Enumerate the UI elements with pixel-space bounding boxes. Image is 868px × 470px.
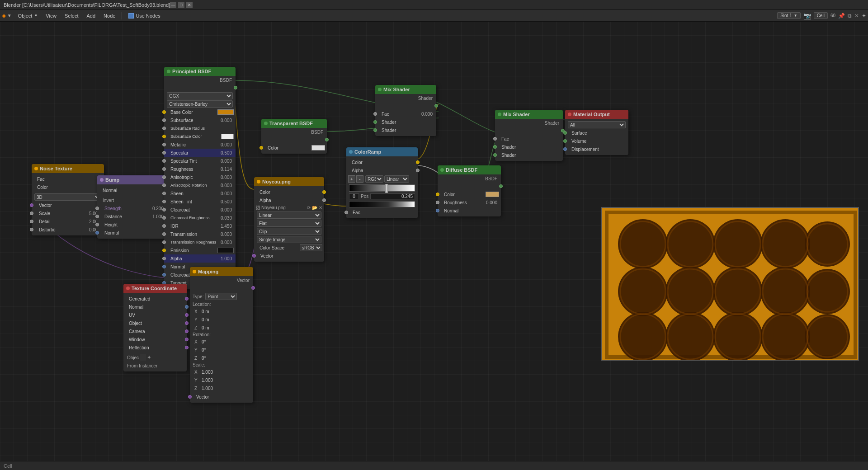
pbsdf-clearcoatrough-row: Clearcoat Roughness 0.030	[164, 214, 236, 222]
noyeau-png-node[interactable]: Noyeau.png Color Alpha 🖼 Noyeau.png ⟳ 📂 …	[254, 177, 324, 262]
noise-type-select[interactable]: 3D	[34, 193, 101, 201]
menu-object[interactable]: Object▼	[14, 12, 42, 19]
pbsdf-alpha-value: 1.000	[221, 256, 232, 261]
x-icon[interactable]: ✕	[854, 13, 859, 19]
pbsdf-anisotropic-label: Anisotropic	[170, 175, 221, 180]
mapping-rot-x-row: X 0°	[193, 338, 250, 346]
use-nodes-checkbox	[128, 13, 134, 19]
colorramp-stop-num: 0	[349, 193, 359, 199]
diffuse-color-socket	[436, 193, 439, 196]
mix-shader-1-node[interactable]: Mix Shader Shader Fac 0.000 Shader Shade…	[375, 85, 436, 136]
diffuse-bsdf-dot	[440, 168, 444, 172]
render-type[interactable]: Cell	[814, 12, 828, 19]
noyeau-linear-row: Linear	[254, 211, 324, 219]
maximize-button[interactable]: □	[178, 2, 184, 8]
node-editor[interactable]: Noise Texture Fac Color 3D Vector	[0, 22, 868, 470]
colorramp-body: Color Alpha + - RGB Linear 0 Pos 0.245	[346, 156, 418, 218]
mapping-type-row: Type: Point	[190, 292, 253, 301]
pbsdf-roughness-value: 0.114	[221, 167, 232, 172]
mix2-fac-socket	[493, 137, 497, 141]
colorramp-pos-value[interactable]: 0.245	[370, 193, 415, 199]
texcoord-camera-label: Camera	[129, 329, 185, 334]
use-nodes-toggle[interactable]: Use Nodes	[125, 12, 164, 19]
titlebar-controls[interactable]: — □ ✕	[170, 2, 193, 8]
mix1-shader1-row: Shader	[375, 118, 436, 126]
slot-selector[interactable]: Slot 1▼	[777, 12, 801, 19]
material-volume-label: Volume	[571, 139, 627, 144]
titlebar: Blender [C:\Users\Utilisateur\Documents\…	[0, 0, 868, 10]
noyeau-colorspace-select[interactable]: sRGB	[300, 244, 322, 251]
principled-bsdf-node[interactable]: Principled BSDF BSDF GGX Christensen-Bur…	[164, 67, 236, 289]
colorramp-mode-select[interactable]: RGB	[365, 175, 383, 183]
texcoord-obj-picker[interactable]	[140, 354, 146, 361]
noyeau-source-select[interactable]: Single Image	[257, 236, 321, 243]
pbsdf-transmissionrough-socket	[162, 240, 166, 244]
mix-shader-2-node[interactable]: Mix Shader Shader Fac Shader Shader	[495, 110, 563, 161]
svg-point-2	[618, 219, 668, 269]
material-output-select[interactable]: All	[568, 121, 626, 128]
menu-add[interactable]: Add	[83, 12, 99, 19]
mapping-node[interactable]: Mapping Vector Type: Point Location: X 0…	[190, 267, 253, 403]
mix2-shader2-label: Shader	[501, 153, 561, 158]
noise-color-label: Color	[37, 185, 102, 190]
bump-node[interactable]: Bump Normal Invert Strength 0.200 Distan…	[97, 175, 167, 239]
noyeau-alpha-select[interactable]: Clip	[257, 228, 321, 235]
texcoord-object-row: Object	[123, 319, 187, 327]
svg-point-6	[805, 221, 850, 267]
diffuse-bsdf-node[interactable]: Diffuse BSDF BSDF Color Roughness 0.000 …	[438, 165, 501, 216]
noyeau-extend-select[interactable]: Flat	[257, 220, 321, 227]
mapping-type-select[interactable]: Point	[205, 293, 237, 300]
pbsdf-dist-select[interactable]: Christensen-Burley	[167, 100, 233, 108]
mapping-vector-in-row: Vector	[190, 393, 253, 401]
colorramp-stop[interactable]	[385, 184, 388, 193]
menu-view[interactable]: View	[42, 12, 60, 19]
material-output-node[interactable]: Material Output All Surface Volume Displ…	[565, 110, 628, 155]
bump-height-row: Height	[97, 221, 167, 229]
pbsdf-sheen-label: Sheen	[170, 191, 221, 196]
pbsdf-ggx-select[interactable]: GGX	[167, 92, 233, 99]
texcoord-uv-socket	[185, 313, 189, 317]
mapping-rot-z-val: 0°	[202, 356, 206, 361]
colorramp-fac-socket	[344, 211, 348, 214]
texcoord-window-socket	[185, 338, 189, 341]
colorramp-node[interactable]: ColorRamp Color Alpha + - RGB Linear	[346, 147, 418, 218]
pbsdf-transmission-value: 0.000	[221, 232, 232, 237]
colorramp-add-btn[interactable]: +	[348, 175, 355, 183]
diffuse-roughness-row: Roughness 0.000	[438, 198, 501, 207]
pbsdf-emission-row: Emission	[164, 246, 236, 254]
texcoord-camera-row: Camera	[123, 327, 187, 335]
mix1-shader-out-row	[375, 102, 436, 110]
diffuse-bsdf-header: Diffuse BSDF	[438, 165, 501, 174]
mapping-scale-x-val: 1.000	[202, 370, 213, 375]
texture-coordinate-node[interactable]: Texture Coordinate Generated Normal UV O…	[123, 284, 187, 371]
mapping-loc-x-val: 0 m	[202, 309, 209, 314]
noise-texture-node[interactable]: Noise Texture Fac Color 3D Vector	[32, 164, 104, 235]
noyeau-interp-select[interactable]: Linear	[257, 212, 321, 219]
titlebar-title: Blender [C:\Users\Utilisateur\Documents\…	[4, 2, 170, 8]
diffuse-bsdf-out-socket	[499, 184, 503, 188]
material-output-dot	[568, 113, 571, 116]
bump-strength-socket	[95, 207, 99, 210]
diffuse-bsdf-body: BSDF Color Roughness 0.000 Normal	[438, 174, 501, 216]
menu-select[interactable]: Select	[61, 12, 82, 19]
transparent-bsdf-out-row	[261, 136, 327, 144]
colorramp-interp-select[interactable]: Linear	[384, 175, 409, 183]
close-button[interactable]: ✕	[186, 2, 193, 8]
colorramp-remove-btn[interactable]: -	[356, 175, 363, 183]
texture-coordinate-header: Texture Coordinate	[123, 284, 187, 293]
pbsdf-anisotropic-value: 0.000	[221, 175, 232, 180]
menu-node[interactable]: Node	[100, 12, 119, 19]
mapping-vector-out-socket	[251, 286, 255, 290]
transparent-bsdf-node[interactable]: Transparent BSDF BSDF Color	[261, 119, 327, 154]
mix2-shader1-label: Shader	[501, 145, 561, 150]
mapping-vector-in-label: Vector	[196, 395, 251, 400]
colorramp-pos-row: 0 Pos 0.245	[346, 193, 418, 200]
mapping-loc-y-val: 0 m	[202, 317, 209, 322]
minimize-button[interactable]: —	[170, 2, 176, 8]
colorramp-gradient-bar[interactable]	[349, 184, 415, 192]
bump-normal-in-label: Normal	[104, 230, 165, 235]
pbsdf-sheentint-value: 0.500	[221, 199, 232, 204]
texcoord-frominstancer-label: From Instancer	[127, 363, 157, 368]
diffuse-color-label: Color	[444, 192, 486, 197]
pbsdf-metallic-label: Metallic	[170, 142, 221, 147]
